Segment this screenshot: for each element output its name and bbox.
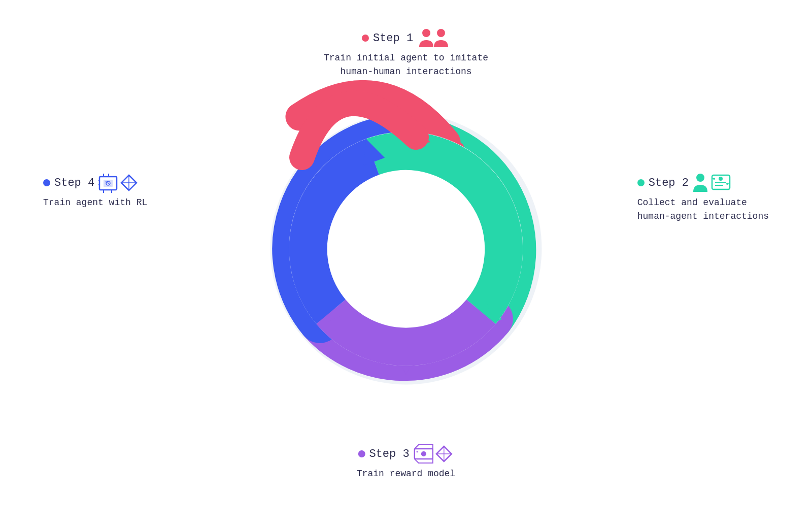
- diagram-container: Step 1 Train initial agent to imitate hu…: [0, 0, 812, 529]
- svg-point-46: [329, 172, 483, 326]
- cycle-diagram: [0, 0, 812, 529]
